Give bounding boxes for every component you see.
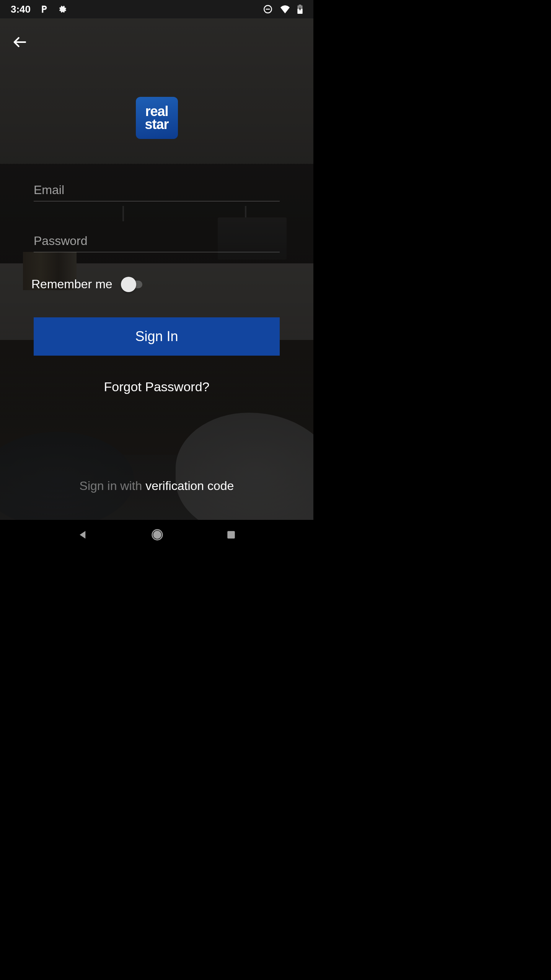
status-time: 3:40 bbox=[11, 3, 31, 15]
do-not-disturb-icon bbox=[263, 4, 273, 14]
square-icon bbox=[226, 530, 236, 540]
gear-broken-icon bbox=[57, 5, 67, 14]
status-left-group: 3:40 bbox=[11, 3, 67, 15]
svg-rect-8 bbox=[227, 531, 235, 539]
wifi-icon bbox=[280, 5, 290, 13]
status-bar: 3:40 bbox=[0, 0, 313, 18]
triangle-left-icon bbox=[77, 529, 89, 541]
remember-me-row: Remember me bbox=[31, 277, 280, 291]
email-field[interactable] bbox=[34, 179, 280, 201]
realstar-logo: real star bbox=[136, 97, 178, 139]
forgot-password-link[interactable]: Forgot Password? bbox=[34, 379, 280, 394]
alt-signin-prefix: Sign in with bbox=[80, 479, 146, 493]
status-right-group bbox=[263, 4, 303, 14]
svg-point-7 bbox=[154, 531, 161, 539]
sign-in-button[interactable]: Sign In bbox=[34, 317, 280, 356]
arrow-left-icon bbox=[13, 35, 27, 49]
nav-back-button[interactable] bbox=[77, 529, 89, 542]
login-form: Remember me Sign In Forgot Password? bbox=[34, 179, 280, 394]
circle-icon bbox=[151, 529, 163, 541]
toggle-thumb bbox=[121, 277, 136, 292]
password-field[interactable] bbox=[34, 230, 280, 252]
remember-me-label: Remember me bbox=[31, 277, 112, 291]
login-screen: real star Remember me Sign In Forgot Pas… bbox=[0, 18, 313, 520]
logo-line1: real bbox=[145, 105, 168, 118]
back-button[interactable] bbox=[11, 33, 29, 51]
nav-home-button[interactable] bbox=[151, 529, 163, 542]
battery-charging-icon bbox=[297, 5, 303, 14]
nav-recents-button[interactable] bbox=[226, 530, 236, 541]
sign-in-verification-link[interactable]: Sign in with verification code bbox=[0, 479, 313, 493]
remember-me-toggle[interactable] bbox=[122, 279, 145, 290]
svg-rect-3 bbox=[299, 5, 302, 6]
logo-line2: star bbox=[145, 118, 168, 131]
system-nav-bar bbox=[0, 520, 313, 551]
alt-signin-emphasis: verification code bbox=[145, 479, 234, 493]
p-icon bbox=[40, 5, 48, 13]
